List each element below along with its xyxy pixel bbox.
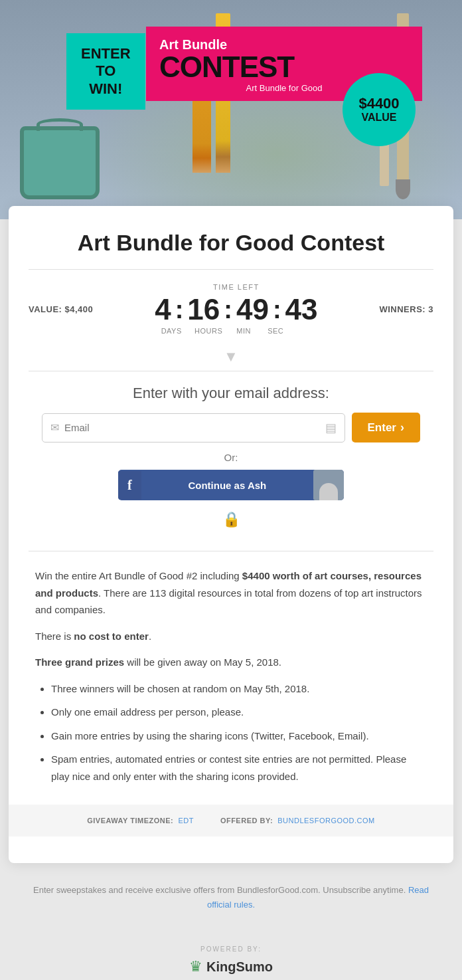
user-avatar [313,470,344,500]
unit-min: MIN [229,327,258,335]
colon2: : [224,297,232,322]
contact-card-icon: ▤ [325,421,337,435]
divider-bottom [29,551,433,551]
para3: Three grand prizes will be given away on… [35,654,427,671]
facebook-continue-button[interactable]: f Continue as Ash [118,470,344,500]
powered-by-label: POWERED BY: [189,945,273,953]
paint-bucket [20,126,100,199]
footer-info: GIVEAWAY TIMEZONE: EDT OFFERED BY: BUNDL… [9,805,453,836]
description: Win the entire Art Bundle of Good #2 inc… [9,567,453,785]
colon1: : [175,297,184,322]
enter-label: Enter with your email address: [42,385,420,402]
email-row: ✉ ▤ Enter › [42,413,420,442]
countdown-section: VALUE: $4,400 TIME LEFT 4 : 16 : 49 : 43… [9,270,453,348]
list-item: Spam entries, automated entries or conte… [51,751,427,785]
list-item: Three winners will be chosen at random o… [51,680,427,698]
hours-value: 16 [187,295,220,324]
enter-arrow-icon: › [400,421,404,435]
arrow-down-icon: ▼ [29,348,433,371]
enter-section: Enter with your email address: ✉ ▤ Enter… [9,371,453,540]
para1: Win the entire Art Bundle of Good #2 inc… [35,567,427,619]
fb-button-text: Continue as Ash [141,472,313,499]
timezone-item: GIVEAWAY TIMEZONE: EDT [87,817,194,825]
colon3: : [273,297,281,322]
countdown-units: DAYS HOURS MIN SEC [155,327,317,335]
or-label: Or: [42,452,420,463]
main-card: Art Bundle for Good Contest VALUE: $4,40… [9,206,453,863]
countdown-numbers: 4 : 16 : 49 : 43 [155,295,317,324]
list-item: Gain more entries by using the sharing i… [51,728,427,745]
min-value: 49 [236,295,269,324]
rules-list: Three winners will be chosen at random o… [35,680,427,785]
facebook-f-icon: f [127,478,132,493]
badge-enter: ENTER to WIN! [66,33,145,110]
badge-value: $4400 VALUE [343,73,416,146]
kingsumo-crown-icon: ♛ [189,958,202,975]
offered-by-item: OFFERED BY: BUNDLESFORGOOD.COM [220,817,375,825]
fb-icon-area: f [118,471,141,500]
kingsumo-name: KingSumo [206,959,273,975]
bottom-section: Enter sweepstakes and receive exclusive … [0,863,462,932]
email-icon: ✉ [50,421,59,434]
email-input-wrapper[interactable]: ✉ ▤ [42,413,345,442]
page-wrapper: ENTER to WIN! Art Bundle CONTEST Art Bun… [0,0,462,980]
email-input[interactable] [64,422,321,433]
avatar-silhouette [319,483,338,500]
winners-label: WINNERS: 3 [379,304,433,314]
unit-sec: SEC [261,327,290,335]
time-left-label: TIME LEFT [155,283,317,291]
countdown-center: TIME LEFT 4 : 16 : 49 : 43 DAYS HOURS MI… [155,283,317,335]
enter-button[interactable]: Enter › [352,413,420,442]
sec-value: 43 [285,295,318,324]
hero-image: ENTER to WIN! Art Bundle CONTEST Art Bun… [0,0,462,219]
lock-icon: 🔒 [42,500,420,534]
days-value: 4 [155,295,171,324]
kingsumo-footer: POWERED BY: ♛ KingSumo [176,932,286,980]
para2: There is no cost to enter. [35,628,427,645]
contest-title: Art Bundle for Good Contest [9,206,453,269]
list-item: Only one email address per person, pleas… [51,704,427,721]
unit-days: DAYS [155,327,188,335]
unit-hours: HOURS [191,327,226,335]
kingsumo-logo: ♛ KingSumo [189,958,273,975]
value-label: VALUE: $4,400 [29,304,93,314]
